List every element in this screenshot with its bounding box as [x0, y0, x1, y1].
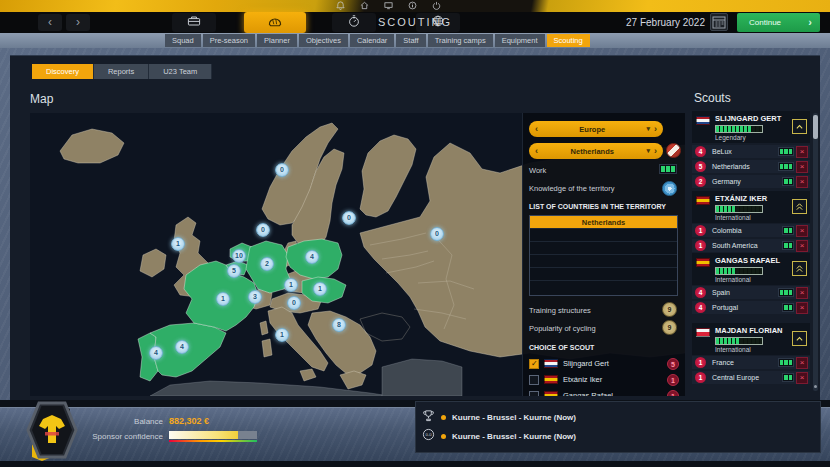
home-icon[interactable] — [360, 1, 369, 10]
tab-planner[interactable]: Planner — [257, 34, 297, 47]
sub-tabs: Discovery Reports U23 Team — [32, 64, 212, 79]
remove-region-button[interactable] — [796, 240, 808, 252]
scout-option[interactable]: Slijngard Gert 5 — [529, 356, 679, 371]
scrollbar-thumb[interactable] — [813, 115, 818, 139]
map-marker-france[interactable]: 1 — [216, 292, 230, 306]
map-marker-switzerland[interactable]: 3 — [248, 290, 262, 304]
scouts-scrollbar[interactable] — [813, 113, 818, 391]
scouting-screen: SCOUTING 27 February 2022 Continue Squad… — [0, 0, 830, 467]
scout-count-badge: 1 — [667, 374, 679, 386]
map-marker-italy[interactable]: 1 — [275, 328, 289, 342]
scout-option[interactable]: Gangas Rafael 1 — [529, 388, 679, 396]
scout-checkbox[interactable] — [529, 375, 539, 385]
back-button[interactable] — [38, 14, 62, 31]
race-toolbar-button[interactable] — [244, 12, 306, 33]
power-icon[interactable] — [432, 1, 441, 10]
subtab-reports[interactable]: Reports — [94, 64, 149, 79]
expand-scout-button[interactable] — [792, 199, 807, 214]
remove-region-button[interactable] — [796, 225, 808, 237]
map-marker-netherlands[interactable]: 10 — [232, 249, 246, 263]
next-country-icon[interactable] — [650, 144, 657, 158]
expand-scout-button[interactable] — [792, 261, 807, 276]
scouting-panel: Discovery Reports U23 Team Map — [10, 55, 820, 400]
country-list-item[interactable] — [530, 242, 677, 255]
calendar-button[interactable] — [710, 13, 728, 31]
flag-spain-icon — [544, 391, 558, 396]
map-marker-poland[interactable]: 4 — [305, 250, 319, 264]
map-marker-denmark[interactable]: 0 — [256, 223, 270, 237]
team-logo[interactable] — [12, 399, 86, 465]
remove-region-button[interactable] — [796, 357, 808, 369]
bell-icon[interactable] — [336, 1, 345, 10]
scout-region-row: 1 Central Europe — [692, 371, 810, 384]
next-region-icon[interactable] — [650, 122, 657, 136]
scout-region-row: 4 Spain — [692, 286, 810, 299]
map-marker-russia[interactable]: 0 — [430, 227, 444, 241]
tab-squad[interactable]: Squad — [165, 34, 201, 47]
region-knowledge-gauge — [782, 177, 794, 186]
tab-training-camps[interactable]: Training camps — [428, 34, 493, 47]
country-list-item[interactable] — [530, 255, 677, 268]
map-marker-sweden[interactable]: 0 — [275, 163, 289, 177]
map-marker-baltics[interactable]: 0 — [342, 211, 356, 225]
europe-map[interactable]: 1000010524101314418 Europe Netherlands — [30, 113, 685, 396]
tab-staff[interactable]: Staff — [396, 34, 425, 47]
scout-card-header: SLIJNGARD GERT Legendary — [692, 111, 810, 143]
country-list-item[interactable]: Netherlands — [530, 216, 677, 229]
subtab-discovery[interactable]: Discovery — [32, 64, 94, 79]
event-bullet-icon — [441, 415, 446, 420]
country-list-item[interactable] — [530, 229, 677, 242]
map-marker-spain[interactable]: 4 — [175, 340, 189, 354]
country-list-item[interactable] — [530, 281, 677, 294]
country-list-item[interactable] — [530, 268, 677, 281]
countries-list-header: LIST OF COUNTRIES IN THE TERRITORY — [529, 203, 666, 210]
collapse-scout-button[interactable] — [792, 331, 807, 346]
scout-option[interactable]: Etxániz Iker 1 — [529, 372, 679, 387]
helmet-icon — [267, 14, 283, 31]
training-structures-label: Training structures — [529, 306, 591, 315]
country-select[interactable]: Netherlands — [529, 143, 663, 159]
events-panel: Kuurne - Brussel - Kuurne (Now) 0-0 Kuur… — [415, 401, 821, 453]
tab-pre-season[interactable]: Pre-season — [203, 34, 255, 47]
map-marker-belgium[interactable]: 5 — [227, 264, 241, 278]
map-marker-portugal[interactable]: 4 — [149, 346, 163, 360]
remove-region-button[interactable] — [796, 146, 808, 158]
map-marker-germany[interactable]: 2 — [260, 257, 274, 271]
collapse-scout-button[interactable] — [792, 119, 807, 134]
region-select[interactable]: Europe — [529, 121, 663, 137]
region-knowledge-gauge — [778, 147, 795, 156]
map-marker-hungary[interactable]: 1 — [313, 282, 327, 296]
remove-region-button[interactable] — [796, 161, 808, 173]
scout-card-header: MAJDAN FLORIAN International — [692, 323, 810, 355]
subtab-u23-team[interactable]: U23 Team — [149, 64, 212, 79]
tab-calendar[interactable]: Calendar — [350, 34, 394, 47]
tab-equipment[interactable]: Equipment — [495, 34, 545, 47]
flag-spain-icon — [544, 375, 558, 384]
tab-objectives[interactable]: Objectives — [299, 34, 348, 47]
scout-count-badge: 1 — [667, 390, 679, 397]
map-marker-romania[interactable]: 8 — [332, 318, 346, 332]
flag-spain-icon — [696, 196, 710, 205]
map-marker-czechia[interactable]: 1 — [284, 278, 298, 292]
forward-button[interactable] — [66, 14, 90, 31]
tab-scouting[interactable]: Scouting — [547, 34, 590, 47]
remove-region-button[interactable] — [796, 372, 808, 384]
scout-checkbox[interactable] — [529, 391, 539, 397]
display-icon[interactable] — [384, 1, 393, 10]
scout-region-row: 1 South America — [692, 239, 810, 252]
scout-skill-bar — [715, 267, 763, 275]
scout-checkbox[interactable] — [529, 359, 539, 369]
continue-button[interactable]: Continue — [737, 13, 820, 32]
remove-region-button[interactable] — [796, 176, 808, 188]
map-marker-austria[interactable]: 0 — [287, 296, 301, 310]
flag-netherlands-icon — [544, 359, 558, 368]
flag-spain-icon — [696, 258, 710, 267]
info-icon[interactable] — [408, 1, 417, 10]
map-marker-uk[interactable]: 1 — [171, 237, 185, 251]
event-row[interactable]: 0-0 Kuurne - Brussel - Kuurne (Now) — [422, 429, 576, 443]
remove-region-button[interactable] — [796, 302, 808, 314]
event-row[interactable]: Kuurne - Brussel - Kuurne (Now) — [422, 410, 576, 424]
choice-of-scout-header: CHOICE OF SCOUT — [529, 344, 594, 351]
squad-toolbar-button[interactable] — [172, 13, 216, 32]
remove-region-button[interactable] — [796, 287, 808, 299]
